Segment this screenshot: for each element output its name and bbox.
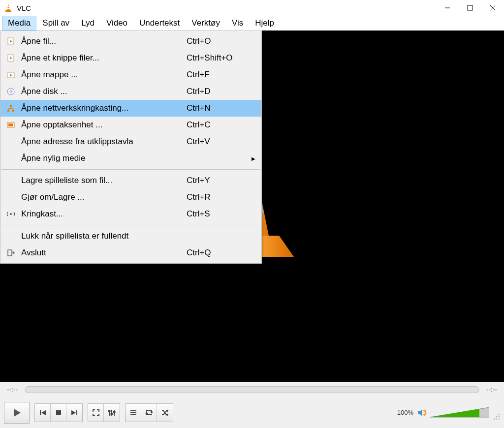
svg-marker-32 (14, 409, 21, 417)
loop-button[interactable] (141, 404, 157, 422)
svg-rect-37 (76, 410, 77, 415)
svg-point-19 (10, 91, 12, 92)
menu-hjelp[interactable]: Hjelp (249, 16, 280, 31)
speaker-icon[interactable] (416, 407, 427, 418)
svg-marker-36 (71, 410, 76, 415)
menu-item-open-network-stream[interactable]: Åpne nettverkskringkasting... Ctrl+N (0, 100, 261, 117)
svg-rect-3 (5, 10, 11, 12)
svg-point-55 (499, 418, 500, 419)
next-button[interactable] (66, 404, 82, 422)
extended-settings-button[interactable] (104, 404, 120, 422)
stream-icon (0, 210, 21, 218)
menu-item-open-disc[interactable]: Åpne disk ... Ctrl+D (0, 83, 261, 100)
fullscreen-button[interactable] (88, 404, 104, 422)
volume-label: 100% (397, 409, 413, 416)
svg-marker-34 (41, 410, 46, 415)
previous-button[interactable] (35, 404, 51, 422)
menu-media[interactable]: Media (2, 16, 36, 31)
vlc-cone-icon (4, 3, 13, 12)
menu-item-open-file[interactable]: Åpne fil... Ctrl+O (0, 33, 261, 50)
menubar: Media Spill av Lyd Video Undertekst Verk… (0, 16, 504, 31)
file-play-icon (0, 54, 21, 62)
svg-rect-1 (7, 6, 9, 7)
maximize-button[interactable] (459, 0, 481, 16)
capture-icon (0, 121, 21, 129)
svg-point-29 (10, 213, 12, 215)
play-button[interactable] (4, 402, 30, 424)
svg-marker-0 (7, 4, 10, 11)
media-dropdown: Åpne fil... Ctrl+O Åpne et knippe filer.… (0, 31, 262, 264)
file-icon (0, 37, 21, 46)
svg-rect-2 (7, 8, 9, 9)
disc-icon (0, 87, 21, 96)
menu-lyd[interactable]: Lyd (75, 16, 100, 31)
svg-point-51 (496, 416, 497, 417)
folder-play-icon (0, 70, 21, 79)
menu-separator (1, 225, 260, 225)
menu-video[interactable]: Video (100, 16, 133, 31)
close-button[interactable] (481, 0, 504, 16)
shuffle-button[interactable] (157, 404, 173, 422)
seek-slider[interactable] (25, 386, 479, 393)
svg-point-50 (499, 414, 500, 415)
submenu-arrow-icon: ▶ (252, 156, 255, 161)
svg-point-54 (496, 418, 497, 419)
svg-rect-28 (8, 123, 13, 126)
svg-rect-22 (12, 110, 14, 112)
titlebar: VLC (0, 0, 504, 16)
menu-item-open-capture-device[interactable]: Åpne opptaksenhet ... Ctrl+C (0, 117, 261, 133)
menu-item-quit[interactable]: Avslutt Ctrl+Q (0, 245, 261, 261)
time-elapsed: --:-- (4, 386, 21, 394)
svg-rect-41 (109, 411, 110, 412)
menu-spill-av[interactable]: Spill av (36, 16, 75, 31)
svg-rect-33 (40, 410, 41, 415)
quit-icon (0, 248, 21, 257)
menu-undertekst[interactable]: Undertekst (133, 16, 186, 31)
svg-rect-21 (7, 110, 9, 112)
svg-marker-47 (418, 409, 422, 416)
window-title: VLC (17, 4, 31, 12)
controls-bar: --:-- --:-- (0, 382, 504, 428)
time-total: --:-- (483, 386, 500, 394)
menu-item-open-multiple[interactable]: Åpne et knippe filer... Ctrl+Shift+O (0, 50, 261, 66)
menu-item-open-folder[interactable]: Åpne mappe ... Ctrl+F (0, 66, 261, 83)
menu-item-quit-after-playlist[interactable]: Lukk når spillelista er fullendt (0, 228, 261, 245)
playlist-button[interactable] (126, 404, 141, 422)
svg-rect-35 (56, 410, 61, 415)
menu-item-open-recent[interactable]: Åpne nylig medie ▶ (0, 150, 261, 167)
svg-rect-20 (10, 105, 12, 107)
svg-rect-5 (468, 5, 472, 10)
volume-slider[interactable] (430, 406, 489, 419)
menu-vis[interactable]: Vis (226, 16, 249, 31)
svg-rect-30 (8, 250, 12, 256)
network-icon (0, 104, 21, 113)
menu-item-save-playlist[interactable]: Lagre spilleliste som fil... Ctrl+Y (0, 172, 261, 189)
svg-point-52 (499, 416, 500, 417)
menu-item-stream[interactable]: Kringkast... Ctrl+S (0, 206, 261, 222)
menu-item-open-clipboard[interactable]: Åpne adresse fra utklippstavla Ctrl+V (0, 133, 261, 150)
menu-separator (1, 169, 260, 170)
minimize-button[interactable] (436, 0, 459, 16)
svg-point-53 (494, 418, 495, 419)
svg-rect-43 (114, 412, 115, 413)
svg-rect-42 (111, 413, 113, 414)
menu-item-convert-save[interactable]: Gjør om/Lagre ... Ctrl+R (0, 189, 261, 206)
stop-button[interactable] (51, 404, 66, 422)
menu-verktoy[interactable]: Verktøy (186, 16, 226, 31)
resize-grip-icon[interactable] (492, 412, 500, 420)
